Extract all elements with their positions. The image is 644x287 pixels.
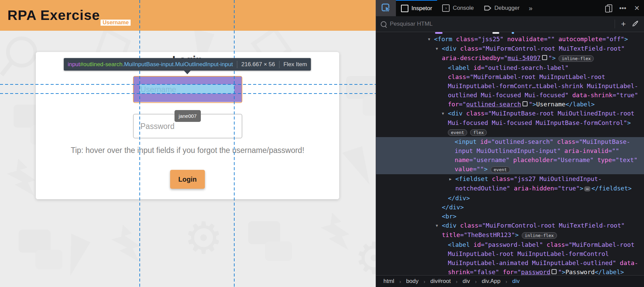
markup-segment: title [442, 231, 460, 238]
markup-segment: value [455, 165, 473, 173]
breadcrumb-item[interactable]: div [512, 278, 520, 285]
markup-line[interactable]: <input id="outlined-search" class="MuiIn… [376, 137, 644, 146]
markup-line[interactable]: Mui-focused Mui-focused MuiInputBase-for… [376, 118, 644, 127]
markup-segment: novalidate [504, 35, 544, 43]
markup-line[interactable]: ▼<form class="jss25" novalidate="" autoc… [376, 34, 644, 44]
markup-line[interactable]: <label id="outlined-search-label" [376, 63, 644, 72]
markup-line[interactable]: <label id="password-label" class="MuiFor… [376, 240, 644, 249]
markup-line[interactable]: aria-describedby="mui-54097">inline-flex [376, 53, 644, 63]
expand-arrow-icon[interactable]: ▼ [436, 44, 442, 53]
breadcrumb-item[interactable]: html [383, 278, 394, 285]
markup-line[interactable]: class="MuiFormLabel-root MuiInputLabel-r… [376, 72, 644, 81]
markup-line[interactable]: ▼<div class="MuiFormControl-root MuiText… [376, 221, 644, 230]
search-icon [381, 21, 386, 27]
markup-segment: Mui-focused Mui-focused MuiInputBase-for… [448, 119, 627, 126]
markup-line[interactable]: MuiInputLabel-root MuiInputLabel-formCon… [376, 249, 644, 258]
expand-arrow-icon[interactable]: ▼ [428, 35, 434, 44]
breadcrumb-item[interactable]: div [462, 278, 470, 285]
markup-line[interactable]: shrink="false" for="password">Password</… [376, 267, 644, 275]
collapsed-content-badge: ⋯ [584, 186, 590, 191]
markup-segment: ="TheBestHR123" [460, 231, 515, 238]
markup-segment: class [543, 241, 565, 248]
background-doodle [7, 159, 35, 196]
select-node-icon[interactable] [542, 55, 547, 60]
markup-line[interactable]: MuiInputLabel-formContr…tLabel-shrink Mu… [376, 81, 644, 90]
markup-line[interactable]: ▶<fieldset class="jss27 MuiOutlinedInput… [376, 174, 644, 184]
markup-segment: <div [442, 222, 456, 229]
tab-console-label: Console [453, 5, 474, 11]
expand-arrow-icon[interactable]: ▼ [442, 109, 448, 118]
select-node-icon[interactable] [522, 101, 528, 106]
markup-line[interactable]: </div> [376, 193, 644, 203]
markup-segment: MuiInputLabel-root MuiInputLabel-formCon… [448, 250, 609, 257]
markup-segment: class [488, 175, 510, 182]
markup-view: ▼<form class="jss25" novalidate="" autoc… [376, 32, 644, 275]
infobar-divider [237, 61, 237, 68]
markup-line[interactable]: ▼<div class="MuiFormControl-root MuiText… [376, 44, 644, 53]
markup-line[interactable]: input MuiOutlinedInput-input" aria-inval… [376, 146, 644, 155]
markup-line[interactable]: name="username" placeholder="Username" t… [376, 155, 644, 164]
markup-line[interactable]: <br> [376, 212, 644, 221]
background-doodle [346, 76, 376, 99]
highlight-guide-vertical [139, 0, 140, 287]
markup-line[interactable]: outlined Mui-focused Mui-focused" data-s… [376, 90, 644, 100]
more-tabs-button[interactable]: » [525, 0, 536, 16]
tab-console[interactable]: › Console [437, 0, 479, 16]
markup-segment: type [594, 156, 612, 163]
select-node-icon[interactable] [552, 269, 557, 274]
markup-segment: data-shrink [569, 92, 613, 99]
background-doodle [342, 146, 374, 190]
breadcrumb-item[interactable]: body [406, 278, 419, 285]
markup-segment: > [484, 165, 488, 173]
responsive-design-icon [605, 4, 612, 12]
breadcrumb-separator: › [456, 279, 457, 284]
markup-segment: password [521, 268, 551, 275]
markup-line[interactable]: for="outlined-search">Username</label> [376, 100, 644, 109]
markup-segment: > [552, 54, 556, 61]
background-doodle [6, 36, 37, 68]
infobar-dimensions: 216.667 × 56 [241, 61, 275, 68]
expand-arrow-icon[interactable]: ▶ [449, 175, 455, 184]
infobar-tag: input [68, 61, 80, 68]
infobar-id: #outlined-search [80, 61, 123, 68]
markup-segment: class [554, 138, 575, 145]
responsive-design-mode-button[interactable] [601, 0, 616, 16]
infobar-classes: .MuiInputBase-input.MuiOutlinedInput-inp… [123, 61, 233, 68]
markup-line[interactable]: </div> [376, 203, 644, 212]
eyedropper-button[interactable] [632, 20, 639, 28]
breadcrumb-item[interactable]: div#root [430, 278, 451, 285]
tab-debugger[interactable]: Debugger [479, 0, 525, 16]
devtools-menu-button[interactable]: ••• [616, 0, 630, 16]
markup-line[interactable]: ▼<div class="MuiInputBase-root MuiOutlin… [376, 109, 644, 118]
markup-segment: for [448, 101, 459, 108]
pick-element-button[interactable] [376, 0, 396, 16]
create-node-button[interactable]: + [618, 19, 628, 29]
devtools-close-button[interactable]: ✕ [630, 0, 644, 16]
hint-text: Tip: hover over the input fields if you … [36, 146, 339, 155]
markup-segment: ="jss25" [474, 35, 504, 43]
markup-segment: ="true" [554, 185, 580, 192]
markup-segment: > [627, 119, 631, 126]
toolbar-divider [615, 20, 615, 28]
expand-arrow-icon[interactable]: ▼ [436, 221, 442, 230]
markup-line[interactable]: notchedOutline" aria-hidden="true">⋯</fi… [376, 184, 644, 193]
markup-search-bar[interactable]: Pesquisar HTML + [376, 16, 644, 32]
breadcrumb-separator: › [475, 279, 477, 284]
login-button[interactable]: Login [170, 170, 205, 189]
markup-line[interactable]: MuiInputLabel-animated MuiInputLabel-out… [376, 258, 644, 267]
markup-segment: > [533, 101, 536, 108]
markup-segment: ="Username" [554, 156, 594, 163]
tab-inspector[interactable]: Inspetor [396, 0, 437, 16]
markup-segment: ="username" [469, 156, 509, 163]
infobar-arrow [184, 71, 191, 74]
markup-line[interactable]: eventflex [376, 127, 644, 137]
markup-segment: aria-describedby [442, 54, 500, 61]
markup-line[interactable]: title="TheBestHR123">inline-flex [376, 230, 644, 240]
markup-line[interactable]: value="">event [376, 164, 644, 174]
markup-segment: for [499, 268, 514, 275]
breadcrumb-item[interactable]: div.App [482, 278, 500, 285]
clipped-text-fragment [492, 32, 499, 34]
markup-segment: outlined Mui-focused Mui-focused" [448, 92, 569, 99]
search-input[interactable]: Pesquisar HTML [390, 21, 611, 27]
markup-badge: flex [470, 129, 487, 136]
